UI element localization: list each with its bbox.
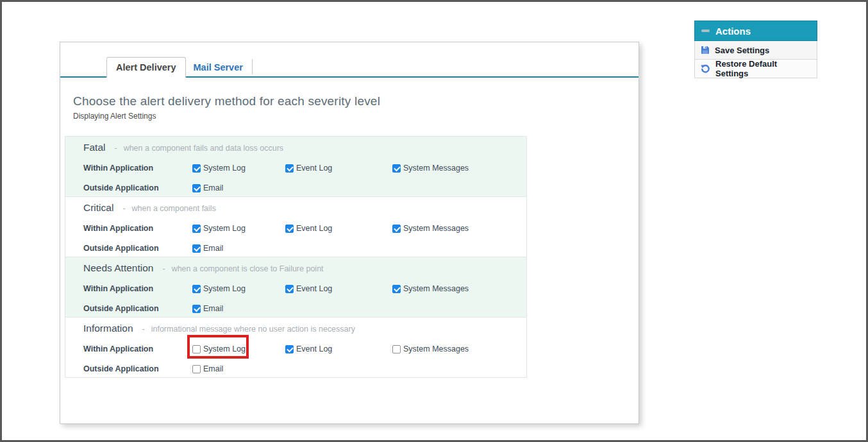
- outside-application-row: Outside Application Email: [65, 301, 526, 316]
- severity-description: when a component fails: [132, 204, 216, 213]
- outside-application-label: Outside Application: [83, 183, 159, 192]
- checkbox-item-system-log[interactable]: System Log: [192, 284, 246, 293]
- checkbox-item-system-log[interactable]: System Log: [192, 344, 246, 353]
- page-title: Choose the alert delivery method for eac…: [73, 94, 638, 108]
- checkbox-label: Email: [203, 304, 223, 313]
- outside-application-row: Outside Application Email: [65, 180, 526, 196]
- save-icon: [701, 46, 710, 55]
- within-application-label: Within Application: [83, 164, 153, 173]
- checkbox-email[interactable]: [192, 365, 201, 373]
- checkbox-item-email[interactable]: Email: [192, 304, 223, 313]
- checkbox-item-email[interactable]: Email: [192, 183, 223, 192]
- checkbox-item-system-messages[interactable]: System Messages: [392, 344, 469, 353]
- within-application-row: Within Application System Log Event Log …: [65, 221, 526, 236]
- severity-section-fatal: Fatal - when a component fails and data …: [65, 136, 527, 197]
- tab-mail-server[interactable]: Mail Server: [186, 58, 251, 76]
- checkbox-label: System Messages: [403, 284, 469, 293]
- collapse-icon[interactable]: [701, 30, 710, 32]
- tab-alert-delivery[interactable]: Alert Delivery: [106, 57, 186, 78]
- actions-panel: Actions Save Settings Restore Default: [694, 21, 817, 78]
- checkbox-label: Email: [203, 183, 223, 192]
- section-title-row: Information - informational message wher…: [83, 323, 355, 334]
- actions-panel-header[interactable]: Actions: [694, 21, 817, 41]
- checkbox-label: Email: [203, 364, 223, 373]
- severity-name: Needs Attention: [83, 262, 153, 274]
- within-application-label: Within Application: [83, 344, 153, 353]
- actions-panel-title: Actions: [715, 26, 751, 37]
- checkbox-event-log[interactable]: [285, 164, 294, 173]
- checkbox-label: System Log: [203, 164, 246, 173]
- section-title-row: Fatal - when a component fails and data …: [83, 142, 283, 153]
- severity-name: Critical: [83, 202, 113, 214]
- within-application-label: Within Application: [83, 284, 153, 293]
- checkbox-item-event-log[interactable]: Event Log: [285, 284, 332, 293]
- checkbox-system-messages[interactable]: [392, 164, 401, 173]
- checkbox-email[interactable]: [192, 305, 201, 313]
- checkbox-system-log[interactable]: [192, 285, 201, 293]
- checkbox-label: System Messages: [403, 344, 469, 353]
- section-title-row: Needs Attention - when a component is cl…: [83, 262, 324, 274]
- severity-section-needs-attention: Needs Attention - when a component is cl…: [65, 257, 527, 318]
- dash-separator: -: [122, 204, 125, 213]
- severity-description: informational message where no user acti…: [151, 325, 355, 334]
- outside-application-label: Outside Application: [83, 244, 159, 253]
- checkbox-item-email[interactable]: Email: [192, 244, 223, 253]
- severity-sections: Fatal - when a component fails and data …: [65, 136, 527, 378]
- checkbox-item-system-messages[interactable]: System Messages: [392, 164, 469, 173]
- checkbox-email[interactable]: [192, 244, 201, 253]
- within-application-row: Within Application System Log Event Log …: [65, 160, 526, 176]
- checkbox-item-system-messages[interactable]: System Messages: [392, 284, 469, 293]
- checkbox-email[interactable]: [192, 184, 201, 192]
- checkbox-item-system-messages[interactable]: System Messages: [392, 224, 469, 233]
- severity-name: Information: [83, 323, 133, 334]
- checkbox-label: Event Log: [296, 224, 332, 233]
- severity-name: Fatal: [83, 142, 105, 153]
- checkbox-label: Event Log: [296, 164, 332, 173]
- checkbox-event-log[interactable]: [285, 285, 294, 293]
- section-title-row: Critical - when a component fails: [83, 202, 216, 214]
- checkbox-system-log[interactable]: [192, 225, 201, 233]
- checkbox-label: System Log: [203, 284, 246, 293]
- restore-icon: [701, 64, 710, 74]
- checkbox-label: System Messages: [403, 164, 469, 173]
- checkbox-system-log[interactable]: [192, 345, 201, 353]
- save-settings-button[interactable]: Save Settings: [694, 41, 817, 60]
- checkbox-event-log[interactable]: [285, 345, 294, 353]
- severity-description: when a component is close to Failure poi…: [172, 264, 324, 273]
- page-subtitle: Displaying Alert Settings: [73, 112, 638, 121]
- checkbox-label: System Log: [203, 344, 246, 353]
- within-application-label: Within Application: [83, 224, 153, 233]
- save-settings-label: Save Settings: [715, 46, 769, 55]
- checkbox-item-event-log[interactable]: Event Log: [285, 344, 332, 353]
- checkbox-label: Event Log: [296, 284, 332, 293]
- severity-description: when a component fails and data loss occ…: [124, 144, 283, 153]
- alert-settings-panel: Alert Delivery Mail Server Choose the al…: [60, 42, 639, 424]
- restore-default-settings-label: Restore Default Settings: [715, 59, 811, 78]
- checkbox-item-event-log[interactable]: Event Log: [285, 224, 332, 233]
- outside-application-label: Outside Application: [83, 304, 159, 313]
- severity-section-information: Information - informational message wher…: [65, 317, 527, 378]
- dash-separator: -: [142, 325, 145, 334]
- content-header: Choose the alert delivery method for eac…: [60, 78, 638, 121]
- checkbox-system-messages[interactable]: [392, 225, 401, 233]
- dash-separator: -: [162, 264, 165, 273]
- checkbox-item-email[interactable]: Email: [192, 364, 223, 373]
- checkbox-system-messages[interactable]: [392, 285, 401, 293]
- checkbox-event-log[interactable]: [285, 225, 294, 233]
- checkbox-label: System Messages: [403, 224, 469, 233]
- checkbox-label: System Log: [203, 224, 246, 233]
- within-application-row: Within Application System Log Event Log …: [65, 341, 526, 357]
- severity-section-critical: Critical - when a component fails Within…: [65, 196, 527, 257]
- outside-application-row: Outside Application Email: [65, 361, 526, 377]
- within-application-row: Within Application System Log Event Log …: [65, 281, 526, 296]
- checkbox-system-messages[interactable]: [392, 345, 401, 353]
- checkbox-system-log[interactable]: [192, 164, 201, 173]
- checkbox-item-system-log[interactable]: System Log: [192, 164, 246, 173]
- restore-default-settings-button[interactable]: Restore Default Settings: [694, 60, 817, 78]
- checkbox-item-system-log[interactable]: System Log: [192, 224, 246, 233]
- dash-separator: -: [114, 144, 117, 153]
- checkbox-item-event-log[interactable]: Event Log: [285, 164, 332, 173]
- checkbox-label: Email: [203, 244, 223, 253]
- tab-divider: [252, 59, 253, 74]
- outside-application-label: Outside Application: [83, 364, 159, 373]
